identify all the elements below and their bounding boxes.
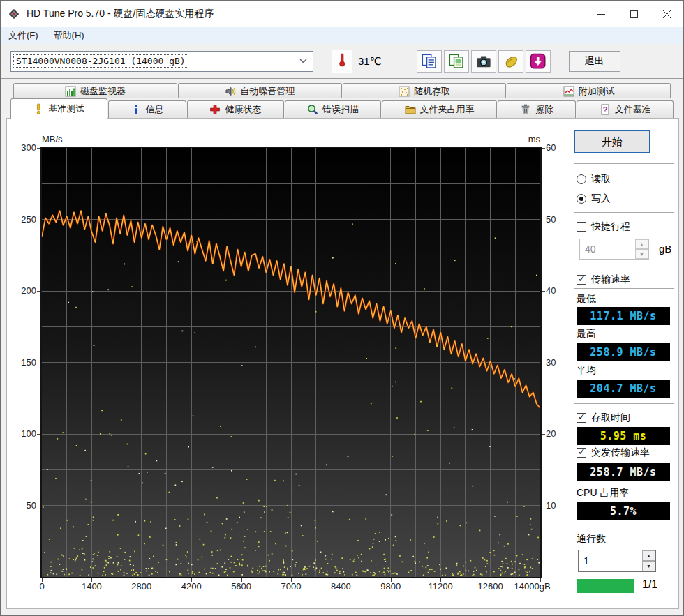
close-button[interactable] — [650, 1, 683, 27]
extra-tests-icon — [563, 86, 574, 97]
access-time-checkbox[interactable]: 存取时间 — [577, 412, 630, 424]
tab-label: 磁盘监视器 — [80, 85, 126, 98]
pass-count-input[interactable]: 1 ▲ ▼ — [578, 550, 656, 572]
tab-health[interactable]: 健康状态 — [187, 100, 284, 118]
read-radio[interactable]: 读取 — [577, 173, 611, 186]
divider — [574, 288, 674, 289]
drive-selector-value: ST14000VN0008-2JG101 (14000 gB) — [14, 55, 188, 67]
x-tick — [291, 578, 292, 582]
y-left-tick — [37, 220, 40, 220]
x-tick-label: 0 — [39, 581, 44, 592]
x-tick — [391, 578, 392, 582]
short-stroke-length-input[interactable]: 40 ▲ ▼ — [579, 239, 649, 260]
progress-bar — [577, 579, 634, 593]
tab-benchmark[interactable]: 基准测试 — [10, 98, 107, 119]
donate-button[interactable] — [498, 50, 523, 73]
spin-down-button[interactable]: ▼ — [635, 249, 648, 259]
screenshot-icon — [476, 54, 491, 69]
x-tick — [42, 578, 43, 582]
x-tick-label: 5600 — [231, 581, 251, 592]
transfer-rate-checkbox[interactable]: 传输速率 — [577, 273, 630, 286]
y-right-tick-label: 10 — [546, 500, 556, 511]
y-left-tick — [37, 434, 40, 435]
tab-extra-tests[interactable]: 附加测试 — [507, 83, 671, 98]
tab-label: 基准测试 — [48, 103, 84, 115]
average-value: 204.7 MB/s — [577, 380, 670, 398]
access-time-value: 5.95 ms — [577, 427, 670, 445]
y-left-tick-label: 250 — [7, 214, 36, 225]
drive-selector[interactable]: ST14000VN0008-2JG101 (14000 gB) — [10, 51, 313, 72]
y-right-tick — [542, 434, 545, 435]
divider — [574, 212, 674, 213]
y-right-tick-label: 60 — [546, 142, 556, 153]
error-scan-icon — [307, 104, 318, 115]
tab-file-benchmark[interactable]: ?文件基准 — [577, 100, 674, 118]
info-icon — [131, 104, 142, 115]
copy-text-icon — [422, 54, 437, 69]
tab-random-access[interactable]: 随机存取 — [343, 83, 507, 98]
x-tick-label: 11200 — [429, 581, 453, 592]
tab-disk-monitor[interactable]: 磁盘监视器 — [13, 83, 177, 98]
short-stroke-length-value: 40 — [580, 239, 635, 259]
short-stroke-label: 快捷行程 — [591, 220, 630, 233]
tab-label: 随机存取 — [414, 85, 450, 98]
y-right-tick — [542, 506, 545, 506]
toolbar: ST14000VN0008-2JG101 (14000 gB) 31℃ 退出 — [1, 44, 683, 79]
write-radio-label: 写入 — [591, 193, 611, 205]
x-tick-label: 14000gB — [514, 581, 551, 592]
tab-auto-acoustic[interactable]: 自动噪音管理 — [178, 83, 342, 98]
x-tick — [91, 578, 92, 582]
write-radio[interactable]: 写入 — [577, 193, 611, 205]
y-right-tick-label: 20 — [546, 428, 556, 440]
app-window: HD Tune Pro 5.70 - 硬盘/固态硬盘实用程序 文件(F) 帮助(… — [0, 0, 684, 616]
copy-image-button[interactable] — [444, 50, 469, 73]
y-left-tick-label: 200 — [7, 285, 36, 296]
y-right-tick-label: 40 — [546, 285, 556, 296]
start-button[interactable]: 开始 — [574, 130, 650, 153]
file-benchmark-icon: ? — [600, 104, 611, 115]
noise-icon — [225, 86, 236, 97]
x-tick-label: 12600 — [478, 581, 503, 592]
y-right-unit-label: ms — [505, 134, 540, 144]
tab-label: 擦除 — [535, 103, 553, 116]
y-left-tick-label: 150 — [7, 357, 36, 368]
tab-folder-usage[interactable]: 文件夹占用率 — [382, 100, 497, 118]
temperature-button[interactable] — [332, 50, 352, 73]
copy-text-button[interactable] — [417, 50, 442, 73]
tab-error-scan[interactable]: 错误扫描 — [285, 100, 382, 118]
menu-help[interactable]: 帮助(H) — [46, 27, 92, 44]
tab-info[interactable]: 信息 — [108, 100, 187, 118]
chart-plot-area — [40, 147, 542, 578]
tab-label: 信息 — [146, 103, 164, 116]
spin-down-button[interactable]: ▼ — [642, 561, 655, 571]
spin-up-button[interactable]: ▲ — [635, 239, 648, 249]
y-left-unit-label: MB/s — [42, 134, 63, 144]
minimize-button[interactable] — [585, 1, 618, 27]
radio-indicator — [577, 194, 586, 204]
health-icon — [209, 104, 221, 115]
y-right-tick-label: 50 — [546, 214, 556, 225]
x-tick-label: 8400 — [331, 581, 351, 592]
tab-label: 文件夹占用率 — [420, 103, 475, 116]
y-right-tick-label: 30 — [546, 357, 556, 368]
benchmark-icon — [33, 103, 44, 114]
y-right-tick — [542, 148, 545, 149]
menu-file[interactable]: 文件(F) — [1, 27, 46, 44]
x-tick-label: 7000 — [281, 581, 302, 592]
burst-rate-checkbox[interactable]: 突发传输速率 — [577, 446, 650, 459]
toolbar-buttons — [417, 50, 551, 73]
maximize-button[interactable] — [618, 1, 650, 27]
y-right-tick — [542, 220, 545, 220]
screenshot-button[interactable] — [471, 50, 496, 73]
tab-erase[interactable]: 擦除 — [498, 100, 577, 118]
folder-usage-icon — [405, 104, 416, 115]
x-tick-label: 2800 — [131, 581, 151, 592]
chevron-down-icon[interactable] — [296, 59, 310, 63]
transfer-rate-label: 传输速率 — [591, 273, 630, 286]
y-left-tick-label: 100 — [7, 428, 36, 440]
short-stroke-checkbox[interactable]: 快捷行程 — [577, 220, 630, 233]
exit-button[interactable]: 退出 — [569, 51, 620, 72]
update-button[interactable] — [526, 50, 551, 73]
tab-label: 自动噪音管理 — [240, 85, 295, 98]
spin-up-button[interactable]: ▲ — [642, 550, 655, 561]
